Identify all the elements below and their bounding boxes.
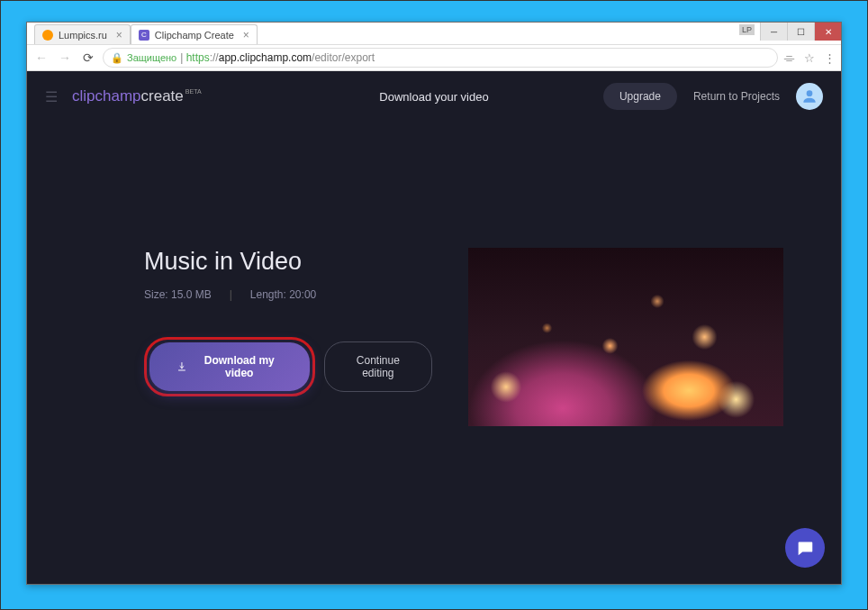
video-preview[interactable]: [468, 248, 783, 426]
highlight-annotation: Download my video: [144, 337, 315, 396]
tab-strip: Lumpics.ru × C Clipchamp Create ×: [27, 23, 258, 44]
length-label: Length: 20:00: [250, 288, 316, 301]
download-button[interactable]: Download my video: [149, 342, 310, 391]
upgrade-button[interactable]: Upgrade: [603, 83, 677, 110]
reload-button[interactable]: ⟳: [79, 49, 97, 67]
tab-lumpics[interactable]: Lumpics.ru ×: [34, 24, 131, 44]
separator: |: [230, 288, 232, 301]
favicon-clipchamp: C: [139, 30, 149, 41]
page-content: ☰ clipchampcreateBETA Download your vide…: [27, 71, 841, 584]
browser-window: Lumpics.ru × C Clipchamp Create × LP ─ ☐…: [26, 22, 842, 585]
svg-point-0: [807, 90, 813, 96]
app-header: ☰ clipchampcreateBETA Download your vide…: [27, 71, 841, 122]
logo-part2: create: [141, 87, 184, 105]
size-label: Size: 15.0 MB: [144, 288, 212, 301]
maximize-button[interactable]: ☐: [787, 23, 814, 41]
url-text: | https://app.clipchamp.com/editor/expor…: [180, 51, 375, 64]
secure-label: Защищено: [127, 52, 176, 63]
window-controls: ─ ☐ ✕: [760, 23, 841, 41]
action-row: Download my video Continue editing: [144, 337, 432, 396]
avatar[interactable]: [796, 83, 823, 110]
video-meta: Size: 15.0 MB | Length: 20:00: [144, 288, 432, 301]
close-window-button[interactable]: ✕: [814, 23, 841, 41]
translate-icon[interactable]: ⌯: [783, 51, 795, 65]
window-titlebar: Lumpics.ru × C Clipchamp Create × LP ─ ☐…: [27, 23, 841, 44]
return-link[interactable]: Return to Projects: [693, 90, 780, 103]
favicon-lumpics: [42, 30, 53, 41]
tab-clipchamp[interactable]: C Clipchamp Create ×: [131, 24, 258, 44]
chat-button[interactable]: [785, 528, 825, 568]
chat-icon: [795, 538, 815, 558]
main-area: Music in Video Size: 15.0 MB | Length: 2…: [27, 122, 841, 426]
lp-badge: LP: [739, 24, 755, 35]
lock-icon: 🔒: [111, 52, 123, 64]
close-tab-icon[interactable]: ×: [116, 29, 122, 41]
minimize-button[interactable]: ─: [760, 23, 787, 41]
menu-icon[interactable]: ⋮: [824, 51, 836, 65]
continue-button[interactable]: Continue editing: [324, 341, 432, 392]
logo-part1: clipchamp: [72, 87, 141, 105]
page-title: Download your video: [379, 90, 488, 104]
address-bar: ← → ⟳ 🔒 Защищено | https://app.clipchamp…: [27, 44, 841, 71]
download-icon: [176, 360, 187, 373]
back-button[interactable]: ←: [32, 49, 50, 67]
forward-button[interactable]: →: [56, 49, 74, 67]
hamburger-icon[interactable]: ☰: [45, 88, 58, 105]
video-title: Music in Video: [144, 248, 432, 276]
download-label: Download my video: [196, 354, 283, 379]
close-tab-icon[interactable]: ×: [243, 29, 249, 41]
tab-title: Clipchamp Create: [155, 30, 234, 41]
clipchamp-logo[interactable]: clipchampcreateBETA: [72, 87, 202, 105]
left-column: Music in Video Size: 15.0 MB | Length: 2…: [144, 248, 432, 426]
url-field[interactable]: 🔒 Защищено | https://app.clipchamp.com/e…: [103, 48, 778, 68]
tab-title: Lumpics.ru: [59, 30, 107, 41]
user-icon: [800, 87, 818, 105]
bookmark-icon[interactable]: ☆: [804, 51, 815, 65]
logo-beta: BETA: [185, 88, 202, 95]
